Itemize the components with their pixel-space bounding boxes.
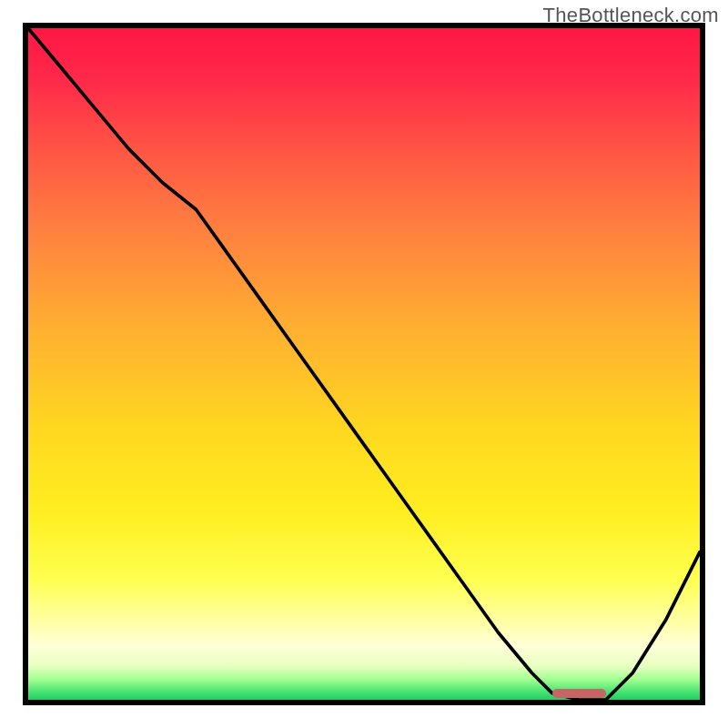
chart-container: TheBottleneck.com bbox=[0, 0, 728, 728]
chart-frame bbox=[23, 23, 705, 705]
optimal-range-marker bbox=[552, 689, 606, 698]
line-curve bbox=[28, 28, 700, 700]
